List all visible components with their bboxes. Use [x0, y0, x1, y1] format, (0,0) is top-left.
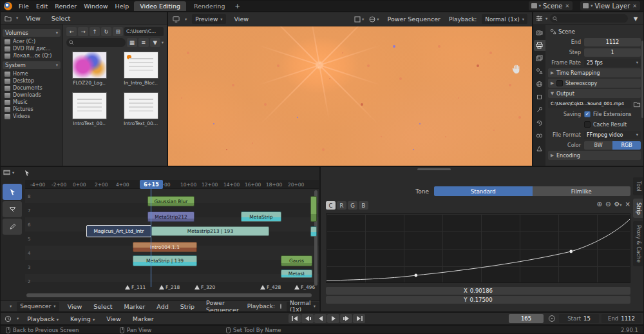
start-frame-field[interactable]: Start 15: [559, 314, 599, 323]
tab-view-layer-properties[interactable]: [534, 53, 545, 64]
file-browser-select-menu[interactable]: Select: [48, 14, 73, 23]
volume-item[interactable]: Локал...ск (Q:): [3, 52, 61, 59]
next-keyframe-button[interactable]: [340, 314, 352, 323]
properties-editor-icon[interactable]: [536, 15, 543, 22]
strip-gauss[interactable]: Gauss: [281, 255, 312, 266]
volumes-section-header[interactable]: Volumes ▾: [3, 29, 61, 37]
menu-file[interactable]: File: [15, 1, 32, 11]
point-x-field[interactable]: X 0.90186: [326, 287, 630, 295]
tab-constraints-properties[interactable]: [534, 130, 545, 141]
blade-tool-button[interactable]: [3, 201, 22, 217]
curve-tools-dropdown[interactable]: ⚙▾: [614, 201, 621, 208]
filter-button[interactable]: ▼: [150, 38, 160, 47]
new-folder-button[interactable]: ⊞: [113, 27, 123, 36]
playhead[interactable]: [151, 189, 151, 287]
sequencer-editor-icon[interactable]: [3, 169, 10, 176]
volume-item[interactable]: DVD RW дис...: [3, 45, 61, 52]
channel-c-button[interactable]: C: [326, 201, 336, 210]
output-path-field[interactable]: C:\Users\CqkD...Sound_001.mp4: [548, 100, 631, 108]
volume-item[interactable]: Acer (C:): [3, 38, 61, 45]
strip-gaussian-blur[interactable]: Gaussian Blur: [147, 196, 194, 206]
sequencer-select-menu[interactable]: Select: [90, 302, 115, 311]
strip-partial[interactable]: [310, 196, 317, 222]
preview-mode-dropdown[interactable]: Preview ▾: [192, 14, 225, 24]
play-button[interactable]: [327, 314, 339, 323]
file-format-dropdown[interactable]: FFmpeg video ▾: [584, 131, 641, 139]
menu-render[interactable]: Render: [52, 1, 80, 11]
scene-selector[interactable]: ▾ Scene ✕: [529, 1, 573, 10]
system-item-desktop[interactable]: Desktop: [3, 77, 61, 84]
timeline-marker-menu[interactable]: Marker: [129, 314, 157, 324]
system-item-home[interactable]: Home: [3, 70, 61, 77]
refresh-button[interactable]: ↻: [101, 27, 111, 36]
breadcrumb[interactable]: Scene: [548, 27, 641, 36]
timeline-marker[interactable]: F_496: [294, 284, 315, 290]
open-folder-icon[interactable]: [633, 101, 641, 108]
up-directory-button[interactable]: ↑: [90, 27, 100, 36]
current-frame-field[interactable]: 165: [509, 314, 544, 323]
preview-view-menu[interactable]: View: [231, 14, 252, 24]
system-item-videos[interactable]: Videos: [3, 113, 61, 120]
timeline-view-menu[interactable]: View: [103, 314, 124, 324]
auto-keying-toggle[interactable]: [549, 315, 555, 322]
tab-render-properties[interactable]: [534, 27, 545, 38]
unlink-scene-icon[interactable]: ✕: [565, 3, 571, 9]
zoom-out-icon[interactable]: ⊖: [605, 201, 611, 208]
keying-menu[interactable]: Keying ▾: [67, 314, 98, 324]
workspace-tab-video-editing[interactable]: Video Editing: [134, 1, 186, 11]
curve-editor-canvas[interactable]: [326, 213, 630, 283]
strip-intro004[interactable]: Intro004.1.1: [133, 242, 197, 252]
play-reverse-button[interactable]: [314, 314, 327, 323]
channel-b-button[interactable]: B: [359, 201, 368, 210]
file-browser-editor-icon[interactable]: [5, 15, 12, 22]
section-time-remapping[interactable]: ▶ Time Remapping: [548, 68, 641, 77]
color-rgb-button[interactable]: RGB: [612, 141, 641, 150]
tab-world-properties[interactable]: [534, 79, 545, 90]
current-frame-badge[interactable]: 6+15: [140, 180, 163, 189]
section-stereoscopy[interactable]: ▶ Stereoscopy: [548, 79, 641, 88]
end-frame-field[interactable]: End 1112: [601, 314, 641, 323]
sync-mode-icon[interactable]: [280, 304, 281, 309]
scrollbar[interactable]: [641, 41, 643, 118]
sequencer-add-menu[interactable]: Add: [153, 302, 171, 311]
point-y-field[interactable]: Y 0.17500: [326, 296, 630, 304]
overlays-toggle[interactable]: ▾: [369, 16, 379, 23]
section-output[interactable]: ▼ Output: [548, 89, 641, 98]
end-frame-field[interactable]: 1112: [584, 38, 641, 46]
timeline-marker[interactable]: F_111: [125, 284, 146, 290]
sequencer-mode-dropdown[interactable]: Sequencer ▾: [17, 302, 59, 311]
forward-button[interactable]: →: [78, 27, 88, 36]
sequencer-power-sequencer-menu[interactable]: Power Sequencer: [203, 298, 242, 312]
color-bw-button[interactable]: BW: [584, 141, 612, 150]
delete-point-icon[interactable]: ×: [625, 201, 630, 208]
zoom-in-icon[interactable]: ⊕: [597, 201, 602, 208]
jump-to-start-button[interactable]: [289, 314, 301, 323]
strip-magicus-art-ltd-intr-selected[interactable]: Magicus_Art_Ltd_Intr: [86, 225, 151, 237]
horizontal-scrollbar[interactable]: [26, 293, 312, 297]
tab-physics-properties[interactable]: [534, 117, 545, 128]
display-mode-thumbnails-button[interactable]: ▦: [127, 38, 137, 47]
tab-modifiers-properties[interactable]: [534, 104, 545, 115]
timeline-marker[interactable]: F_428: [260, 284, 281, 290]
properties-search-input[interactable]: [550, 14, 628, 23]
step-field[interactable]: 1: [584, 48, 641, 57]
tab-data-properties[interactable]: [534, 143, 545, 154]
file-extensions-checkbox[interactable]: ✓: [584, 111, 591, 117]
timeline-ruler[interactable]: -4+00 -2+00 0+00 2+00 4+00 8+00 10+00 12…: [25, 180, 319, 189]
file-item[interactable]: IntroText_00..: [69, 92, 110, 126]
stereoscopy-checkbox[interactable]: [556, 80, 563, 86]
menu-help[interactable]: Help: [112, 1, 133, 11]
curve-point[interactable]: [569, 250, 573, 253]
channel-r-button[interactable]: R: [337, 201, 346, 210]
tab-tool[interactable]: Tool: [633, 177, 643, 195]
strip-metastrip212[interactable]: MetaStrip212: [147, 211, 194, 222]
menu-edit[interactable]: Edit: [33, 1, 51, 11]
cursor-tool-icon[interactable]: [24, 170, 30, 176]
playback-menu[interactable]: Playback ▾: [24, 314, 62, 324]
tab-proxy-cache[interactable]: Proxy & Cache: [633, 221, 643, 266]
sequencer-view-menu[interactable]: View: [64, 302, 86, 311]
channel-g-button[interactable]: G: [348, 201, 357, 210]
menu-window[interactable]: Window: [80, 1, 111, 11]
strip-metastrip213[interactable]: Metastrip213 | 193: [151, 226, 269, 236]
blender-logo-icon[interactable]: [4, 2, 12, 10]
